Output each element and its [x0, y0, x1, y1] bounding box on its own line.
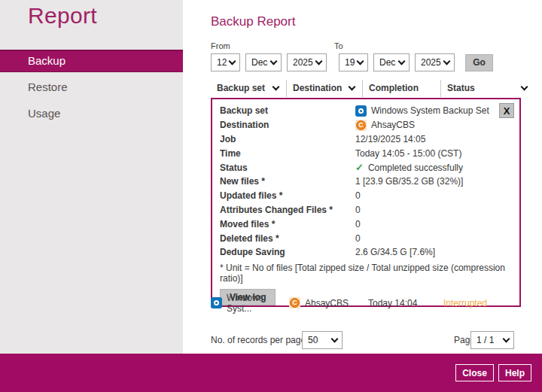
backup-detail-panel: X Backup set Windows System Backup Set D… — [211, 98, 521, 307]
detail-row-updated-files: Updated files * 0 — [212, 189, 519, 203]
records-per-page-label: No. of records per page — [211, 335, 306, 345]
sidebar-item-usage[interactable]: Usage — [0, 102, 183, 125]
from-month-select[interactable]: Dec — [245, 53, 282, 71]
to-month-value: Dec — [379, 57, 395, 68]
chevron-down-icon — [273, 84, 280, 91]
detail-row-time: Time Today 14:05 - 15:00 (CST) — [212, 146, 519, 160]
chevron-down-icon — [229, 58, 236, 65]
sidebar-item-usage-label: Usage — [28, 107, 60, 120]
detail-row-backup-set: Backup set Windows System Backup Set — [212, 104, 519, 118]
chevron-down-icon — [521, 84, 528, 91]
from-year-select[interactable]: 2025 — [287, 53, 327, 71]
help-button[interactable]: Help — [498, 364, 531, 381]
detail-label: Status — [220, 163, 355, 173]
chevron-down-icon — [270, 58, 278, 65]
list-row-status-badge: Interrupted — [443, 298, 487, 308]
sidebar-item-restore[interactable]: Restore — [0, 76, 183, 99]
detail-label: Destination — [220, 120, 355, 130]
chevron-down-icon — [443, 58, 451, 65]
filter-destination[interactable]: Destination — [286, 80, 362, 97]
to-year-select[interactable]: 2025 — [415, 53, 455, 71]
page-title: Backup Report — [211, 14, 295, 29]
backup-set-icon — [355, 105, 367, 117]
detail-value: AhsayCBS — [371, 120, 415, 130]
to-year-value: 2025 — [421, 57, 441, 68]
from-label: From — [211, 41, 230, 50]
chevron-down-icon — [315, 58, 323, 65]
list-row-time: Today 14:04 — [368, 298, 443, 308]
detail-label: Job — [220, 134, 355, 144]
detail-value: 12/19/2025 14:05 — [355, 134, 425, 144]
detail-value: 0 — [355, 233, 361, 244]
close-detail-button[interactable]: X — [499, 103, 514, 118]
page-value: 1 / 1 — [477, 335, 494, 345]
from-day-select[interactable]: 12 — [211, 53, 240, 71]
detail-row-moved-files: Moved files * 0 — [212, 217, 519, 231]
page-select[interactable]: 1 / 1 — [470, 331, 514, 349]
detail-row-dedupe-saving: Dedupe Saving 2.6 G/34.5 G [7.6%] — [212, 245, 519, 260]
to-day-select[interactable]: 19 — [339, 53, 368, 71]
detail-label: Deleted files * — [220, 233, 355, 244]
records-per-page-select[interactable]: 50 — [302, 331, 343, 349]
detail-label: Dedupe Saving — [220, 247, 355, 257]
filter-backup-set[interactable]: Backup set — [211, 80, 286, 97]
chevron-down-icon — [331, 336, 339, 343]
sidebar-item-restore-label: Restore — [28, 81, 68, 93]
detail-row-status: Status ✓ Completed successfully — [212, 160, 519, 175]
detail-label: Backup set — [220, 105, 355, 116]
chevron-down-icon — [357, 58, 364, 65]
detail-row-deleted-files: Deleted files * 0 — [212, 231, 519, 245]
sidebar-item-backup-label: Backup — [28, 54, 65, 67]
detail-value: 1 [23.9 GB/35.2 GB (32%)] — [355, 176, 463, 187]
to-month-select[interactable]: Dec — [373, 53, 410, 71]
detail-label: New files * — [220, 176, 355, 187]
app-title: Report — [28, 3, 97, 29]
close-button[interactable]: Close — [455, 364, 494, 381]
ahsaycbs-icon: C — [355, 120, 367, 131]
sidebar: Report Backup Restore Usage — [0, 0, 183, 354]
check-icon: ✓ — [355, 162, 364, 173]
from-month-value: Dec — [251, 57, 267, 68]
filter-completion[interactable]: Completion — [362, 80, 440, 97]
detail-value: 2.6 G/34.5 G [7.6%] — [355, 247, 435, 257]
chevron-down-icon — [398, 58, 406, 65]
backup-set-icon — [211, 297, 222, 308]
detail-row-attributes-changed: Attributes Changed Files * 0 — [212, 203, 519, 217]
filter-completion-label: Completion — [369, 83, 419, 93]
records-per-page-value: 50 — [308, 335, 318, 345]
date-filter-row: 12 Dec 2025 19 Dec 2025 Go — [211, 53, 493, 71]
main-content: Backup Report From To 12 Dec 2025 19 Dec… — [183, 0, 542, 354]
detail-row-destination: Destination C AhsayCBS — [212, 118, 519, 132]
list-row-backup-set: Windows Syst... — [227, 293, 285, 314]
go-button[interactable]: Go — [465, 54, 493, 71]
from-year-value: 2025 — [293, 57, 313, 68]
report-list-row[interactable]: Windows Syst... C AhsayCBS Today 14:04 I… — [211, 296, 534, 310]
detail-label: Time — [220, 148, 355, 159]
detail-value: Completed successfully — [368, 163, 463, 173]
ahsaycbs-icon: C — [289, 297, 300, 308]
detail-row-job: Job 12/19/2025 14:05 — [212, 132, 519, 147]
chevron-down-icon — [503, 336, 510, 343]
filter-backup-set-label: Backup set — [217, 83, 265, 93]
sidebar-item-backup[interactable]: Backup — [0, 50, 183, 72]
detail-value: 0 — [355, 190, 361, 201]
list-row-destination: AhsayCBS — [305, 298, 363, 308]
detail-label: Moved files * — [220, 219, 355, 229]
detail-value: Today 14:05 - 15:00 (CST) — [355, 148, 461, 159]
detail-label: Updated files * — [220, 190, 355, 201]
filter-destination-label: Destination — [293, 83, 342, 93]
chevron-down-icon — [349, 84, 356, 91]
detail-value: 0 — [355, 205, 361, 215]
filter-column-bar: Backup set Destination Completion Status — [211, 80, 534, 97]
detail-label: Attributes Changed Files * — [220, 205, 355, 215]
from-day-value: 12 — [217, 57, 227, 68]
to-day-value: 19 — [345, 57, 355, 68]
detail-row-new-files: New files * 1 [23.9 GB/35.2 GB (32%)] — [212, 175, 519, 189]
filter-status-label: Status — [447, 83, 475, 93]
unit-footnote: * Unit = No of files [Total zipped size … — [212, 263, 519, 284]
detail-value: Windows System Backup Set — [371, 105, 489, 116]
footer-bar: Close Help — [0, 354, 542, 392]
detail-value: 0 — [355, 219, 361, 229]
to-label: To — [334, 41, 343, 50]
filter-status[interactable]: Status — [440, 80, 534, 97]
